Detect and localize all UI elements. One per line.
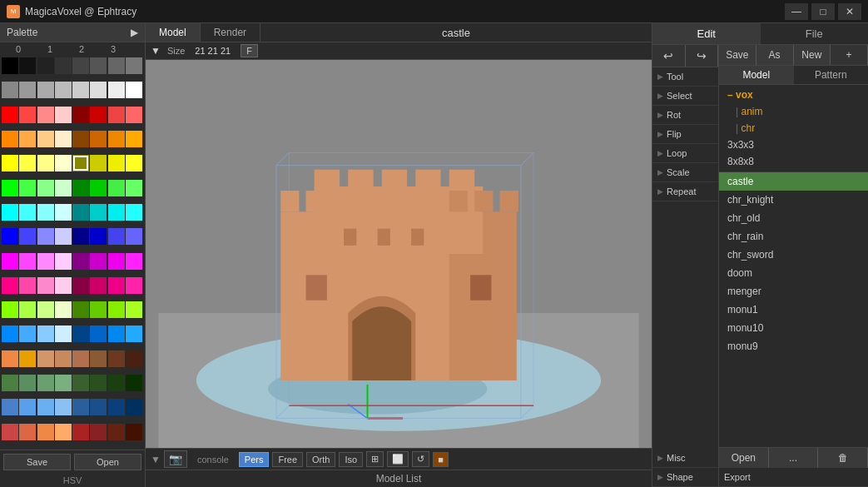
color-cell-6[interactable] [108, 57, 125, 74]
color-cell-31[interactable] [126, 131, 142, 147]
color-cell-86[interactable] [108, 301, 125, 318]
color-cell-102[interactable] [108, 350, 125, 367]
file-list-item[interactable]: chr_knight [719, 191, 868, 209]
color-cell-51[interactable] [55, 204, 72, 221]
color-cell-50[interactable] [37, 204, 54, 221]
file-dots-button[interactable]: ... [769, 448, 819, 468]
camera-iso-button[interactable]: Iso [339, 452, 363, 467]
grid-icon-button[interactable]: ⊞ [366, 451, 384, 467]
color-cell-68[interactable] [72, 253, 89, 270]
color-cell-82[interactable] [37, 301, 54, 318]
edit-tool-item[interactable]: ▶ Tool [652, 67, 718, 87]
redo-button[interactable]: ↪ [686, 45, 719, 67]
file-type-vox[interactable]: – vox [719, 87, 868, 103]
color-cell-112[interactable] [2, 399, 18, 415]
color-cell-91[interactable] [55, 325, 72, 342]
color-cell-71[interactable] [126, 253, 142, 270]
file-list-item[interactable]: monu10 [719, 319, 868, 337]
color-cell-95[interactable] [126, 325, 142, 342]
color-cell-24[interactable] [2, 131, 18, 147]
color-cell-59[interactable] [55, 228, 72, 245]
color-cell-45[interactable] [90, 180, 107, 196]
color-cell-106[interactable] [37, 375, 54, 391]
color-cell-105[interactable] [19, 375, 36, 391]
tab-model[interactable]: Model [146, 23, 201, 42]
color-cell-63[interactable] [126, 228, 142, 245]
file-save-button[interactable]: Save [719, 45, 756, 65]
color-cell-98[interactable] [37, 350, 54, 367]
color-cell-77[interactable] [90, 277, 107, 294]
color-cell-73[interactable] [19, 277, 36, 294]
color-cell-110[interactable] [108, 375, 125, 391]
color-cell-89[interactable] [19, 325, 36, 342]
color-cell-67[interactable] [55, 253, 72, 270]
file-plus-button[interactable]: + [831, 45, 868, 65]
color-cell-7[interactable] [126, 57, 142, 74]
color-cell-48[interactable] [2, 204, 18, 221]
file-type-3x3x3[interactable]: 3x3x3 [719, 137, 868, 153]
file-as-button[interactable]: As [756, 45, 794, 65]
color-cell-108[interactable] [72, 375, 89, 391]
color-cell-123[interactable] [55, 424, 72, 440]
bbox-icon-button[interactable]: ⬜ [387, 451, 409, 467]
color-cell-40[interactable] [2, 180, 18, 196]
file-list-item[interactable]: chr_sword [719, 246, 868, 264]
color-cell-14[interactable] [108, 82, 125, 98]
color-cell-127[interactable] [126, 424, 142, 440]
file-list-item[interactable]: castle [719, 172, 868, 191]
rotate-icon-button[interactable]: ↺ [412, 451, 429, 467]
color-cell-11[interactable] [55, 82, 72, 98]
color-cell-125[interactable] [90, 424, 107, 440]
color-cell-37[interactable] [90, 155, 107, 171]
color-cell-36[interactable] [72, 155, 89, 171]
color-cell-66[interactable] [37, 253, 54, 270]
color-cell-8[interactable] [2, 82, 18, 98]
color-cell-122[interactable] [37, 424, 54, 440]
edit-misc-item[interactable]: ▶ Misc [652, 449, 718, 468]
mode-icon-button[interactable]: ■ [433, 452, 449, 467]
file-list-item[interactable]: chr_old [719, 209, 868, 227]
color-cell-104[interactable] [2, 375, 18, 391]
fit-button[interactable]: F [241, 44, 258, 57]
color-cell-126[interactable] [108, 424, 125, 440]
file-new-button[interactable]: New [794, 45, 831, 65]
color-cell-121[interactable] [19, 424, 36, 440]
color-cell-58[interactable] [37, 228, 54, 245]
color-cell-38[interactable] [108, 155, 125, 171]
color-cell-44[interactable] [72, 180, 89, 196]
color-cell-4[interactable] [72, 57, 89, 74]
edit-flip-item[interactable]: ▶ Flip [652, 125, 718, 144]
color-cell-12[interactable] [72, 82, 89, 98]
tab-edit[interactable]: Edit [652, 23, 761, 44]
tab-render[interactable]: Render [201, 23, 260, 42]
color-cell-124[interactable] [72, 424, 89, 440]
color-cell-75[interactable] [55, 277, 72, 294]
file-list-item[interactable]: menger [719, 282, 868, 301]
color-cell-61[interactable] [90, 228, 107, 245]
color-cell-69[interactable] [90, 253, 107, 270]
color-cell-46[interactable] [108, 180, 125, 196]
color-cell-42[interactable] [37, 180, 54, 196]
color-cell-30[interactable] [108, 131, 125, 147]
color-cell-64[interactable] [2, 253, 18, 270]
color-cell-74[interactable] [37, 277, 54, 294]
color-cell-9[interactable] [19, 82, 36, 98]
file-delete-button[interactable]: 🗑 [818, 448, 868, 468]
color-cell-5[interactable] [90, 57, 107, 74]
edit-repeat-item[interactable]: ▶ Repeat [652, 182, 718, 201]
color-cell-16[interactable] [2, 107, 18, 123]
color-cell-28[interactable] [72, 131, 89, 147]
color-cell-43[interactable] [55, 180, 72, 196]
undo-button[interactable]: ↩ [652, 45, 686, 67]
color-cell-26[interactable] [37, 131, 54, 147]
color-cell-103[interactable] [126, 350, 142, 367]
color-cell-111[interactable] [126, 375, 142, 391]
color-cell-97[interactable] [19, 350, 36, 367]
color-cell-100[interactable] [72, 350, 89, 367]
file-export-item[interactable]: Export [719, 468, 868, 487]
color-grid[interactable] [0, 56, 145, 450]
tab-file[interactable]: File [761, 23, 869, 44]
color-cell-47[interactable] [126, 180, 142, 196]
color-cell-116[interactable] [72, 399, 89, 415]
color-cell-94[interactable] [108, 325, 125, 342]
